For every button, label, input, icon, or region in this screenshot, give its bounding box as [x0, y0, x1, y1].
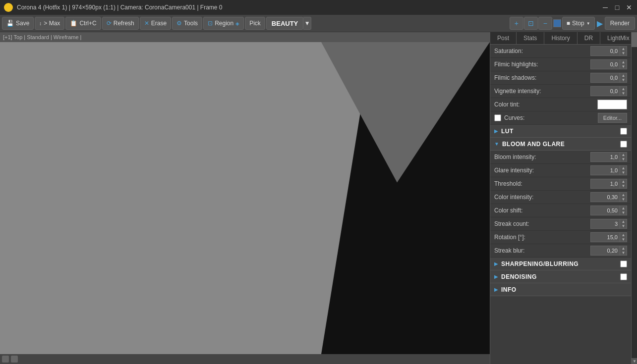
color-shift-down[interactable]: ▼ [620, 210, 627, 215]
lut-enable-checkbox[interactable] [620, 128, 627, 135]
sharpening-section-header[interactable]: ▶ SHARPENING/BLURRING [490, 258, 631, 270]
curves-checkbox[interactable] [494, 114, 501, 121]
far-right-scroll-thumb[interactable] [632, 32, 637, 47]
rotation-input[interactable] [590, 232, 620, 242]
filmic-shadows-input[interactable] [590, 73, 620, 83]
pick-button[interactable]: Pick [245, 17, 265, 30]
viewport-canvas [0, 42, 490, 354]
tools-icon: ⚙ [176, 20, 182, 27]
bloom-enable-checkbox[interactable] [620, 141, 627, 148]
threshold-input[interactable] [590, 179, 620, 189]
curves-label: Curves: [504, 114, 595, 121]
lut-section-header[interactable]: ▶ LUT [490, 125, 631, 138]
info-section-header[interactable]: ▶ INFO [490, 283, 631, 296]
region-button[interactable]: ⊡ Region ◈ [203, 17, 244, 30]
streak-count-up[interactable]: ▲ [620, 219, 627, 224]
color-intensity-down[interactable]: ▼ [620, 197, 627, 202]
render-button[interactable]: Render [605, 17, 635, 30]
tools-button[interactable]: ⚙ Tools [172, 17, 202, 30]
color-shift-up[interactable]: ▲ [620, 206, 627, 210]
glare-intensity-input[interactable] [590, 165, 620, 175]
streak-count-spinner: ▲ ▼ [620, 219, 627, 229]
streak-blur-down[interactable]: ▼ [620, 251, 627, 255]
tab-history[interactable]: History [544, 32, 577, 44]
erase-button[interactable]: ✕ Erase [140, 17, 171, 30]
maximize-button[interactable]: □ [613, 3, 621, 11]
color-mode-button[interactable] [553, 19, 561, 27]
info-toggle-icon: ▶ [494, 287, 498, 292]
stop-button[interactable]: ■ Stop ▼ [562, 17, 595, 30]
saturation-input[interactable] [590, 46, 620, 56]
vignette-intensity-down[interactable]: ▼ [620, 91, 627, 96]
rotation-up[interactable]: ▲ [620, 233, 627, 237]
panel-content[interactable]: Saturation: ▲ ▼ Filmic highlights: ▲ ▼ [490, 45, 631, 364]
streak-count-input[interactable] [590, 219, 620, 229]
saturation-up[interactable]: ▲ [620, 47, 627, 51]
filmic-highlights-down[interactable]: ▼ [620, 64, 627, 69]
zoom-fit-button[interactable]: ⊡ [524, 17, 538, 30]
bloom-section-header[interactable]: ▼ BLOOM AND GLARE [490, 138, 631, 151]
max-button[interactable]: ↕ > Max [35, 17, 64, 30]
minimize-button[interactable]: ─ [601, 3, 609, 11]
save-button[interactable]: 💾 Save [2, 17, 34, 30]
tab-dr[interactable]: DR [578, 32, 600, 44]
viewport[interactable]: [+1] Top | Standard | Wireframe | [0, 32, 490, 364]
color-shift-input[interactable] [590, 206, 620, 215]
threshold-down[interactable]: ▼ [620, 184, 627, 188]
filmic-highlights-input[interactable] [590, 59, 620, 69]
denoising-section-header[interactable]: ▶ DENOISING [490, 270, 631, 283]
play-icon: ▶ [597, 19, 603, 28]
streak-blur-input[interactable] [590, 246, 620, 256]
window-title: Corona 4 (Hotfix 1) | 974×590px (1:1) | … [17, 4, 601, 11]
color-intensity-up[interactable]: ▲ [620, 193, 627, 197]
color-tint-label: Color tint: [494, 101, 597, 108]
filmic-shadows-up[interactable]: ▲ [620, 73, 627, 78]
copy-icon: 📋 [70, 20, 77, 27]
glare-intensity-spinner: ▲ ▼ [620, 165, 627, 175]
far-right-scrollbar[interactable]: ▲ ▼ [631, 32, 637, 364]
saturation-down[interactable]: ▼ [620, 51, 627, 55]
tab-lightmix[interactable]: LightMix [600, 32, 631, 44]
bloom-intensity-label: Bloom intensity: [494, 154, 590, 160]
threshold-up[interactable]: ▲ [620, 179, 627, 184]
threshold-group: ▲ ▼ [590, 179, 627, 189]
info-title: INFO [501, 286, 627, 293]
rotation-down[interactable]: ▼ [620, 237, 627, 242]
zoom-controls: + ⊡ − [510, 17, 552, 30]
ctrlc-button[interactable]: 📋 Ctrl+C [65, 17, 101, 30]
beauty-label: BEAUTY [266, 17, 303, 30]
vignette-intensity-up[interactable]: ▲ [620, 87, 627, 91]
filmic-highlights-up[interactable]: ▲ [620, 60, 627, 64]
color-tint-swatch[interactable] [597, 100, 627, 109]
denoising-enable-checkbox[interactable] [620, 273, 627, 280]
color-intensity-input[interactable] [590, 192, 620, 202]
bloom-intensity-down[interactable]: ▼ [620, 157, 627, 161]
bloom-intensity-input[interactable] [590, 152, 620, 162]
tab-stats[interactable]: Stats [517, 32, 544, 44]
glare-intensity-down[interactable]: ▼ [620, 170, 627, 175]
tab-post[interactable]: Post [490, 32, 517, 44]
scroll-down-arrow[interactable]: ▼ [632, 358, 637, 364]
color-intensity-spinner: ▲ ▼ [620, 192, 627, 202]
beauty-selector: BEAUTY ▼ [266, 17, 311, 30]
glare-intensity-up[interactable]: ▲ [620, 166, 627, 170]
bloom-intensity-spinner: ▲ ▼ [620, 152, 627, 162]
close-button[interactable]: ✕ [625, 3, 633, 11]
beauty-dropdown[interactable]: ▼ [303, 17, 311, 30]
filmic-shadows-down[interactable]: ▼ [620, 78, 627, 82]
region-icon: ⊡ [208, 20, 213, 27]
filmic-shadows-spinner: ▲ ▼ [620, 73, 627, 83]
zoom-in-button[interactable]: + [510, 17, 523, 30]
curves-editor-button[interactable]: Editor... [598, 113, 627, 123]
refresh-icon: ⟳ [107, 20, 112, 27]
bloom-intensity-up[interactable]: ▲ [620, 153, 627, 157]
refresh-button[interactable]: ⟳ Refresh [102, 17, 139, 30]
vignette-intensity-input[interactable] [590, 86, 620, 96]
denoising-title: DENOISING [501, 273, 620, 280]
rotation-row: Rotation [°]: ▲ ▼ [490, 231, 631, 244]
zoom-out-button[interactable]: − [538, 17, 552, 30]
streak-blur-up[interactable]: ▲ [620, 246, 627, 251]
streak-count-down[interactable]: ▼ [620, 224, 627, 228]
sharpening-enable-checkbox[interactable] [620, 260, 627, 267]
filmic-shadows-row: Filmic shadows: ▲ ▼ [490, 71, 631, 85]
